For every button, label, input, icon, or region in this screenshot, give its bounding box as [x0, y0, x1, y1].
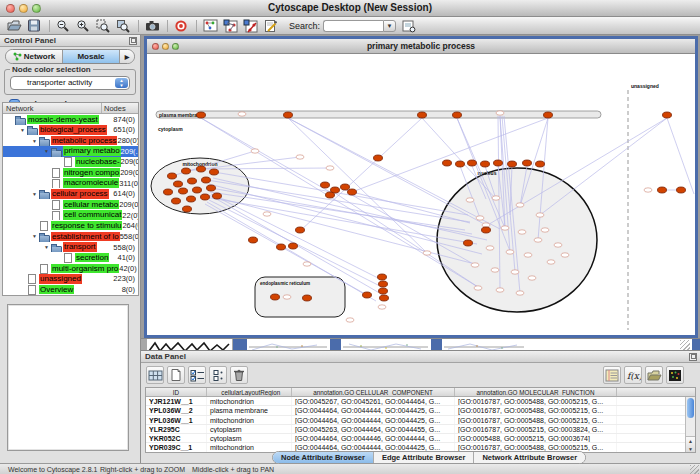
graph-node[interactable] [523, 160, 532, 166]
graph-node[interactable] [453, 112, 462, 118]
scrollbar-thumb[interactable] [687, 398, 694, 418]
matrix-heatmap-icon[interactable] [666, 366, 684, 384]
graph-node[interactable] [536, 161, 545, 167]
graph-node[interactable] [303, 295, 312, 301]
graph-node[interactable] [289, 243, 298, 249]
tree-row[interactable]: ▼primary metabo209(... [3, 146, 138, 157]
table-row[interactable]: YPL036W__1mitochondrion[GO:0044464, GO:0… [146, 416, 695, 425]
graph-node[interactable] [380, 295, 389, 301]
graph-node[interactable] [183, 206, 192, 212]
graph-node[interactable] [321, 182, 330, 188]
expand-arrow-icon[interactable]: ▼ [42, 148, 51, 154]
float-panel-icon[interactable] [129, 37, 137, 45]
tree-row[interactable]: macromolecule311(0) [3, 178, 138, 189]
graph-node[interactable] [213, 193, 222, 199]
resize-grip-icon[interactable] [690, 465, 699, 474]
open-session-icon[interactable] [5, 18, 23, 34]
table-row[interactable]: YPL036W__2plasma membrane[GO:0044464, GO… [146, 406, 695, 415]
minimize-button[interactable] [19, 4, 28, 13]
node-color-combobox[interactable]: transporter activity ▲▼ [10, 76, 130, 90]
tab-edge-attribute-browser[interactable]: Edge Attribute Browser [374, 452, 474, 463]
close-button[interactable] [6, 4, 15, 13]
view-close-button[interactable] [152, 43, 159, 50]
graph-node[interactable] [197, 166, 206, 172]
graph-node[interactable] [482, 227, 491, 233]
help-lifesaver-icon[interactable] [172, 18, 190, 34]
tree-row[interactable]: Overview8(0) [3, 284, 138, 295]
graph-node[interactable] [468, 160, 477, 166]
tree-row[interactable]: nitrogen compo209(0) [3, 167, 138, 178]
new-attribute-icon[interactable] [167, 366, 185, 384]
expand-arrow-icon[interactable]: ▼ [18, 127, 27, 133]
zoom-fit-icon[interactable] [94, 18, 112, 34]
delete-attribute-trash-icon[interactable] [230, 366, 248, 384]
graph-node[interactable] [182, 168, 191, 174]
search-dropdown-arrow-icon[interactable]: ▼ [383, 20, 396, 32]
graph-node[interactable] [271, 294, 280, 300]
column-header[interactable]: ID [146, 388, 207, 396]
table-scrollbar[interactable]: ▲▼ [685, 397, 695, 452]
graph-node[interactable] [187, 196, 196, 202]
tab-network[interactable]: Network [6, 50, 63, 63]
tree-row[interactable]: ▼biological_process651(0) [3, 125, 138, 136]
graph-node[interactable] [456, 161, 465, 167]
tab-overflow-arrow-icon[interactable]: ▶ [120, 50, 134, 63]
tree-row[interactable]: response to stimulu264(0) [3, 220, 138, 231]
graph-node[interactable] [418, 112, 427, 118]
graph-node[interactable] [201, 194, 210, 200]
zoom-in-icon[interactable] [74, 18, 92, 34]
formula-fx-icon[interactable]: f(x) [624, 366, 642, 384]
annotation-icon[interactable] [261, 18, 279, 34]
create-network-icon[interactable] [221, 18, 239, 34]
expand-arrow-icon[interactable]: ▼ [30, 138, 39, 144]
graph-node[interactable] [464, 240, 473, 246]
graph-node[interactable] [284, 112, 293, 118]
tree-column-nodes[interactable]: Nodes [102, 103, 138, 113]
zoom-selected-icon[interactable] [114, 18, 132, 34]
tree-row[interactable]: ▼transport558(0) [3, 242, 138, 253]
column-header[interactable]: annotation.GO CELLULAR_COMPONENT [292, 388, 455, 396]
network-canvas[interactable]: plasma membranecytoplasmmitochondrionnuc… [147, 54, 695, 335]
save-session-icon[interactable] [25, 18, 43, 34]
tree-row[interactable]: nucleobase-209(0) [3, 157, 138, 168]
graph-node[interactable] [210, 169, 219, 175]
tab-network-attribute-browser[interactable]: Network Attribute Browser [474, 452, 585, 463]
tree-row[interactable]: multi-organism pro42(0) [3, 263, 138, 274]
graph-node[interactable] [197, 112, 206, 118]
notes-icon[interactable] [603, 366, 621, 384]
expand-arrow-icon[interactable]: ▼ [30, 233, 39, 239]
tree-row[interactable]: cellular metabo209(0) [3, 199, 138, 210]
graph-node[interactable] [202, 177, 211, 183]
tree-row[interactable]: ▼cellular process614(0) [3, 188, 138, 199]
table-row[interactable]: YJR121W__1mitochondrion[GO:0045267, GO:0… [146, 397, 695, 406]
graph-node[interactable] [188, 178, 197, 184]
table-row[interactable]: YLR295Ccytoplasm[GO:0045263, GO:0044464,… [146, 425, 695, 434]
tree-column-network[interactable]: Network [3, 103, 102, 113]
graph-node[interactable] [677, 187, 686, 193]
graph-node[interactable] [544, 112, 553, 118]
graph-node[interactable] [378, 274, 387, 280]
tree-row[interactable]: ▼metabolic process280(0) [3, 135, 138, 146]
tab-mosaic[interactable]: Mosaic [63, 50, 120, 63]
tree-row[interactable]: unassigned223(0) [3, 274, 138, 285]
unselect-attributes-icon[interactable] [209, 366, 227, 384]
scrollbar-arrows-icon[interactable]: ▲▼ [686, 436, 695, 452]
graph-node[interactable] [249, 237, 258, 243]
graph-node[interactable] [658, 187, 667, 193]
zoom-button[interactable] [32, 4, 41, 13]
expand-arrow-icon[interactable]: ▼ [42, 244, 51, 250]
zoom-out-icon[interactable] [54, 18, 72, 34]
graph-node[interactable] [348, 189, 357, 195]
column-header[interactable]: _cellularLayoutRegion [207, 388, 292, 396]
import-attributes-folder-icon[interactable] [645, 366, 663, 384]
network-overview-icon[interactable] [201, 18, 219, 34]
view-minimize-button[interactable] [162, 43, 169, 50]
graph-node[interactable] [296, 227, 305, 233]
resize-grip-icon[interactable] [680, 340, 690, 350]
graph-node[interactable] [379, 281, 388, 287]
expand-arrow-icon[interactable]: ▼ [30, 191, 39, 197]
graph-node[interactable] [374, 155, 383, 161]
search-input[interactable] [323, 20, 383, 32]
birds-eye-view[interactable] [7, 304, 129, 451]
table-row[interactable]: YKR052Ccytoplasm[GO:0044464, GO:0044446,… [146, 434, 695, 443]
